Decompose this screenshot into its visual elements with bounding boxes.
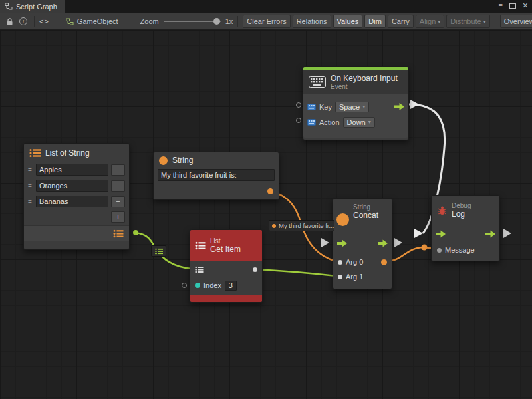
flow-input-port[interactable] <box>337 239 347 247</box>
wire-concat-output-dot[interactable] <box>422 245 428 251</box>
node-get-item[interactable]: List Get Item Index 3 <box>190 229 263 303</box>
string-value-dot <box>272 224 276 228</box>
list-output-row <box>24 225 129 241</box>
wire-getitem-to-concat[interactable] <box>255 269 336 276</box>
add-item-button[interactable]: + <box>111 211 125 223</box>
index-input-port[interactable] <box>195 283 200 288</box>
log-flow-out-arrowhead[interactable] <box>503 229 511 238</box>
add-item-row: + <box>24 210 129 223</box>
drag-handle-icon[interactable]: = <box>28 182 33 190</box>
index-value-port[interactable] <box>182 283 187 288</box>
flow-output-port[interactable] <box>378 239 388 247</box>
info-icon[interactable]: i <box>17 15 29 27</box>
close-icon[interactable]: × <box>523 2 528 9</box>
code-view-icon[interactable]: <> <box>39 17 49 25</box>
list-item-row: = Oranges − <box>28 178 125 193</box>
zoom-slider[interactable] <box>164 21 221 22</box>
concat-flow-out-arrowhead[interactable] <box>394 238 402 247</box>
toolbar-separator <box>237 16 238 27</box>
clear-errors-button[interactable]: Clear Errors <box>243 15 290 28</box>
chevron-down-icon: ▾ <box>483 19 486 25</box>
index-row: Index 3 <box>190 278 262 293</box>
node-title: Get Item <box>210 245 241 254</box>
align-dropdown[interactable]: Align▾ <box>416 15 444 28</box>
flow-output-port[interactable] <box>485 230 495 238</box>
node-title: Concat <box>353 211 388 220</box>
node-list-of-string[interactable]: List of String = Apples − = Oranges − = … <box>23 143 130 250</box>
node-title: On Keyboard Input <box>331 74 398 83</box>
node-header: On Keyboard Input Event <box>303 70 408 94</box>
action-dropdown[interactable]: Down ▾ <box>343 117 375 128</box>
string-output-port[interactable] <box>267 188 273 194</box>
lock-icon[interactable] <box>3 15 15 27</box>
message-input-port[interactable] <box>437 248 442 253</box>
remove-item-button[interactable]: − <box>111 180 125 192</box>
key-dropdown[interactable]: Space ▾ <box>335 102 369 112</box>
drag-handle-icon[interactable]: = <box>28 198 33 205</box>
toolbar-separator <box>495 16 495 27</box>
node-string-literal[interactable]: String My third favorite fruit is: <box>153 152 279 200</box>
zoom-slider-knob[interactable] <box>213 18 220 25</box>
graph-target[interactable]: GameObject <box>66 17 118 25</box>
list-item-row: = Apples − <box>28 162 125 177</box>
maximize-icon[interactable] <box>509 3 516 9</box>
list-item-field[interactable]: Bananas <box>36 196 108 207</box>
arg1-input-port[interactable] <box>338 275 342 279</box>
wire-value-badge: My third favorite fr... <box>269 220 334 231</box>
flow-input-port[interactable] <box>436 230 446 238</box>
node-header: List of String <box>24 144 129 162</box>
window-menu-icon[interactable]: ≡ <box>498 1 502 9</box>
flow-output-port[interactable] <box>394 103 404 111</box>
node-title: Log <box>452 209 471 219</box>
arg0-row: Arg 0 <box>333 255 392 269</box>
list-icon <box>195 241 206 250</box>
values-toggle[interactable]: Values <box>333 15 363 28</box>
result-output-port[interactable] <box>381 259 387 265</box>
distribute-dropdown[interactable]: Distribute▾ <box>446 15 489 28</box>
key-row: Key Space ▾ <box>303 99 408 114</box>
node-on-keyboard-input[interactable]: On Keyboard Input Event Key Space ▾ <box>303 66 409 140</box>
list-input-icon[interactable] <box>195 266 204 273</box>
arg0-label: Arg 0 <box>346 258 363 266</box>
drag-handle-icon[interactable]: = <box>28 166 33 174</box>
chevron-down-icon: ▾ <box>438 19 440 25</box>
arg0-input-port[interactable] <box>338 260 342 265</box>
carry-toggle[interactable]: Carry <box>388 15 414 28</box>
dim-toggle[interactable]: Dim <box>364 15 386 28</box>
overview-button[interactable]: Overview <box>500 15 532 28</box>
node-concat[interactable]: String Concat Arg 0 Arg 1 <box>332 198 392 289</box>
remove-item-button[interactable]: − <box>111 196 125 207</box>
item-output-port[interactable] <box>253 267 257 272</box>
remove-item-button[interactable]: − <box>111 164 125 176</box>
message-label: Message <box>445 246 475 254</box>
concat-flow-in-arrowhead[interactable] <box>321 238 329 247</box>
graph-canvas[interactable]: On Keyboard Input Event Key Space ▾ <box>0 30 532 399</box>
keyboard-icon <box>309 76 326 88</box>
list-item-field[interactable]: Oranges <box>36 180 108 192</box>
string-type-icon <box>159 156 168 165</box>
index-label: Index <box>203 281 221 289</box>
window-controls: ≡ × <box>498 1 528 9</box>
action-value-port[interactable] <box>296 118 301 123</box>
relations-toggle[interactable]: Relations <box>293 15 331 28</box>
tab-script-graph[interactable]: Script Graph <box>0 0 65 13</box>
node-debug-log[interactable]: Debug Log Message <box>431 195 500 261</box>
flow-wire-end-arrowhead <box>414 229 423 238</box>
node-title: List of String <box>45 148 90 158</box>
wire-list-output-dot[interactable] <box>133 230 138 235</box>
zoom-value: 1x <box>225 17 233 25</box>
script-graph-icon <box>5 3 13 10</box>
index-value-field[interactable]: 3 <box>225 281 237 291</box>
graph-toolbar: i <> GameObject Zoom 1x Clear Errors Rel… <box>0 13 532 30</box>
key-value-port[interactable] <box>296 102 301 108</box>
chevron-down-icon: ▾ <box>362 104 365 110</box>
tab-label: Script Graph <box>16 3 57 11</box>
string-value-field[interactable]: My third favorite fruit is: <box>158 169 275 181</box>
wire-value-text: My third favorite fr... <box>279 222 334 229</box>
node-header: Debug Log <box>432 196 499 225</box>
arg1-label: Arg 1 <box>346 273 363 281</box>
list-item-field[interactable]: Apples <box>36 164 108 176</box>
list-output-icon[interactable] <box>113 229 124 238</box>
arg1-row: Arg 1 <box>333 269 392 284</box>
node-category: List <box>210 237 241 245</box>
